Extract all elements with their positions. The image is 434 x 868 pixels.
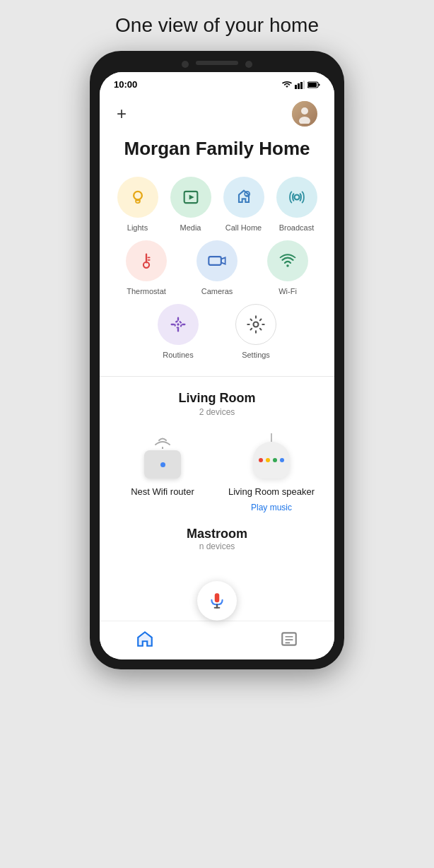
section-divider [100, 376, 334, 377]
shortcut-settings[interactable]: Settings [220, 304, 292, 359]
wifi-label: Wi-Fi [278, 287, 297, 295]
avatar[interactable] [292, 101, 317, 127]
status-icons [282, 81, 320, 89]
top-bar: + [114, 94, 320, 138]
status-bar: 10:00 [100, 72, 334, 94]
shortcut-routines[interactable]: Routines [142, 304, 214, 359]
svg-rect-30 [215, 593, 220, 602]
battery-status-icon [307, 81, 320, 88]
settings-icon [246, 315, 266, 334]
svg-point-23 [177, 323, 180, 326]
svg-point-9 [299, 117, 310, 124]
cameras-circle [197, 240, 237, 281]
svg-point-21 [286, 264, 289, 267]
call-home-circle [223, 177, 264, 218]
home-nav-icon [136, 630, 154, 648]
living-room-device-count: 2 devices [114, 407, 320, 417]
phone-screen: 10:00 [100, 72, 334, 659]
lights-label: Lights [127, 223, 148, 232]
phone-frame: 10:00 [90, 51, 344, 669]
phone-speaker-grille [196, 61, 238, 65]
avatar-image [292, 101, 317, 127]
play-music-button[interactable]: Play music [251, 503, 292, 512]
routines-icon [168, 315, 188, 334]
lights-icon [128, 187, 148, 207]
nav-home[interactable] [136, 630, 154, 648]
call-home-icon [234, 187, 254, 207]
living-room-speaker-name: Living Room speaker [228, 486, 315, 497]
master-title-rest: room [216, 527, 247, 541]
thermostat-circle [126, 240, 167, 281]
broadcast-circle [276, 177, 317, 218]
lights-circle [117, 177, 158, 218]
media-icon [181, 187, 201, 207]
living-room-speaker-card[interactable]: Living Room speaker Play music [223, 431, 320, 512]
speaker-icon-wrap [243, 431, 300, 481]
svg-point-28 [254, 322, 259, 327]
home-title: Morgan Family Home [114, 138, 320, 160]
shortcut-call-home[interactable]: Call Home [220, 177, 267, 232]
mic-fab-wrap [100, 581, 334, 621]
svg-marker-13 [189, 195, 194, 200]
settings-circle [235, 304, 276, 345]
svg-point-8 [301, 107, 308, 115]
bottom-area [100, 581, 334, 659]
media-circle [170, 177, 211, 218]
shortcut-media[interactable]: Media [167, 177, 214, 232]
list-nav-icon [280, 630, 298, 648]
svg-rect-7 [319, 83, 320, 86]
nest-wifi-icon-wrap [134, 431, 191, 481]
settings-label: Settings [242, 351, 270, 359]
shortcut-wifi[interactable]: Wi-Fi [255, 240, 320, 295]
routines-label: Routines [163, 351, 193, 359]
master-room-title-row: Mast room [187, 527, 247, 541]
routines-circle [158, 304, 199, 345]
app-content: + Morgan Family Home [100, 94, 334, 601]
living-room-title: Living Room [114, 391, 320, 406]
nest-wifi-signal-icon [148, 433, 177, 449]
master-title-partial: Mast [187, 527, 216, 541]
broadcast-icon [287, 187, 307, 207]
thermostat-label: Thermostat [127, 287, 166, 295]
status-time: 10:00 [114, 79, 137, 90]
wifi-status-icon [282, 81, 292, 89]
shortcut-thermostat[interactable]: Thermostat [114, 240, 179, 295]
mic-icon [208, 592, 226, 610]
signal-status-icon [295, 81, 305, 89]
shortcut-broadcast[interactable]: Broadcast [273, 177, 320, 232]
nest-wifi-card[interactable]: Nest Wifi router [114, 431, 211, 512]
phone-notch [100, 61, 334, 68]
mic-button[interactable] [197, 581, 237, 621]
master-room-section: Mast room n devices [114, 527, 320, 551]
svg-point-15 [294, 195, 299, 200]
shortcuts-row-2: Thermostat Cameras [114, 240, 320, 295]
svg-rect-20 [209, 257, 221, 265]
shortcuts-row-3: Routines Settings [114, 304, 320, 359]
svg-rect-3 [300, 82, 303, 89]
nest-wifi-name: Nest Wifi router [131, 486, 194, 497]
phone-camera [182, 61, 189, 68]
bottom-nav [100, 621, 334, 659]
media-label: Media [180, 223, 201, 232]
living-room-section: Living Room 2 devices [114, 391, 320, 512]
cameras-label: Cameras [201, 287, 233, 295]
add-button[interactable]: + [117, 105, 127, 122]
svg-rect-2 [298, 83, 300, 89]
shortcut-lights[interactable]: Lights [114, 177, 161, 232]
wifi-icon [278, 251, 298, 271]
thermostat-icon [136, 251, 156, 271]
devices-grid: Nest Wifi router [114, 431, 320, 512]
cameras-icon [207, 251, 227, 271]
shortcuts-row-1: Lights Media [114, 177, 320, 232]
svg-marker-0 [286, 86, 288, 88]
svg-rect-6 [308, 83, 317, 87]
call-home-label: Call Home [225, 223, 262, 232]
broadcast-label: Broadcast [279, 223, 315, 232]
phone-sensor [245, 61, 252, 68]
page-title: One view of your home [115, 14, 319, 37]
nav-list[interactable] [280, 630, 298, 648]
svg-point-10 [134, 192, 142, 200]
shortcut-cameras[interactable]: Cameras [184, 240, 250, 295]
master-room-count: n devices [199, 541, 235, 551]
svg-rect-1 [295, 85, 297, 89]
